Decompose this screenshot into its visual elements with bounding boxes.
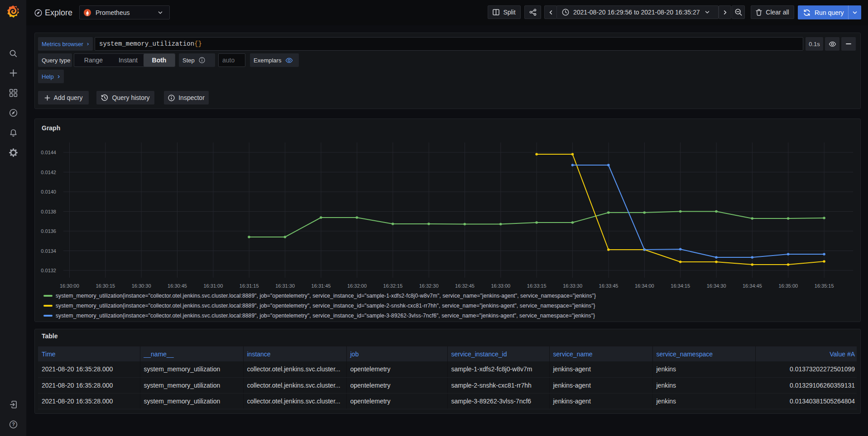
svg-text:?: ? — [12, 422, 15, 427]
